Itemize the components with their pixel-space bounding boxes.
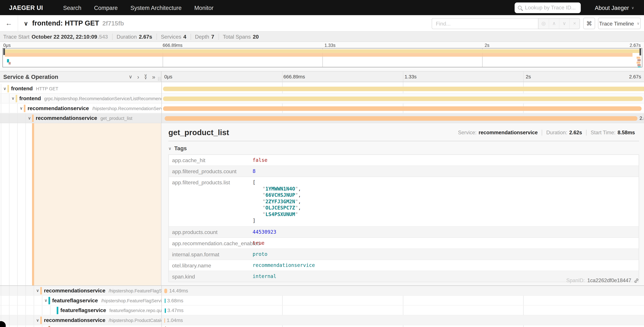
collapse-all-icon[interactable]: ∨∨ <box>144 74 147 79</box>
indent-guide <box>1 94 1 103</box>
collapse-trace-chevron-icon[interactable]: ∨ <box>24 20 28 26</box>
prev-match-icon[interactable]: ∧ <box>549 18 559 28</box>
find-input[interactable] <box>432 18 538 29</box>
trace-id-search-input[interactable] <box>524 4 578 11</box>
span-row-productcatalog-call[interactable]: ∨ recommendationservice /hipstershop.Pro… <box>0 316 644 325</box>
span-row-recommendation-list[interactable]: ∨ recommendationservice /hipstershop.Rec… <box>0 104 644 113</box>
minimap-left-scrubber[interactable] <box>3 48 5 55</box>
nav-item-search[interactable]: Search <box>63 4 82 11</box>
expand-all-icon[interactable]: » <box>152 74 155 80</box>
nav-item-monitor[interactable]: Monitor <box>194 4 214 11</box>
collapse-span-icon[interactable]: ∨ <box>3 86 6 91</box>
deep-link-icon[interactable] <box>634 278 639 283</box>
span-row-frontend-grpc[interactable]: ∨ frontend grpc.hipstershop.Recommendati… <box>0 94 644 104</box>
trace-total-spans: Total Spans 20 <box>218 34 263 40</box>
tags-section-toggle[interactable]: ∨ Tags <box>168 145 218 152</box>
span-rows-top: ∨ frontend HTTP GET ∨ frontend grpc.hips… <box>0 82 644 123</box>
span-row-featureflag-repo-query[interactable]: featureflagservice featureflagservice.re… <box>0 306 644 316</box>
tag-row: app.cache_hit false <box>169 155 639 166</box>
collapse-span-icon[interactable]: ∨ <box>28 116 31 120</box>
navbar-right: About Jaeger ∨ <box>515 2 634 13</box>
about-jaeger-menu[interactable]: About Jaeger ∨ <box>595 4 634 11</box>
column-resizer-grip[interactable] <box>158 77 160 81</box>
indent-guide <box>34 286 34 295</box>
nav-item-compare[interactable]: Compare <box>94 4 118 11</box>
column-divider <box>161 286 162 327</box>
indent-guide <box>26 123 26 285</box>
focus-match-icon[interactable]: ◎ <box>538 18 549 28</box>
indent-guide <box>34 316 34 325</box>
detail-row-tint[interactable] <box>34 123 161 285</box>
detail-operation-name: get_product_list <box>168 128 229 137</box>
tag-row: internal.span.format proto <box>169 248 639 260</box>
span-duration-label: 14.49ms <box>169 288 188 294</box>
tree-controls: ∨ › ∨∨ » <box>129 74 155 80</box>
indent-guide <box>9 123 10 285</box>
keyboard-shortcuts-button[interactable]: ⌘ <box>583 18 595 29</box>
next-match-icon[interactable]: ∨ <box>559 18 569 28</box>
detail-service: Service: recommendationservice <box>454 130 542 136</box>
jaeger-trace-page: JAEGER UI Search Compare System Architec… <box>0 0 644 327</box>
back-arrow-icon: ← <box>5 19 12 27</box>
tags-table: app.cache_hit false app.filtered_product… <box>168 154 639 282</box>
span-detail-section: get_product_list Service: recommendation… <box>0 123 644 286</box>
ruler-tick: 2s <box>526 74 531 80</box>
span-duration-bar[interactable] <box>165 116 638 120</box>
span-row-frontend-http-get[interactable]: ∨ frontend HTTP GET <box>0 84 644 94</box>
indent-guide <box>50 306 50 315</box>
span-duration-label: 2.62s <box>640 115 644 121</box>
span-duration-bar[interactable] <box>163 86 644 91</box>
indent-guide <box>17 306 18 315</box>
tag-row: app.products.count 44530923 <box>169 226 639 238</box>
indent-guide <box>1 306 1 315</box>
span-row-get-product-list-selected[interactable]: ∨ recommendationservice get_product_list… <box>0 113 644 123</box>
span-duration-bar[interactable] <box>165 308 166 313</box>
collapse-span-icon[interactable]: ∨ <box>36 318 39 322</box>
indent-guide <box>1 286 1 295</box>
span-duration-bar[interactable] <box>163 106 642 110</box>
ruler-tick: 2.67s <box>629 74 641 80</box>
collapse-span-icon[interactable]: ∨ <box>20 106 23 110</box>
span-detail-panel: get_product_list Service: recommendation… <box>161 123 644 285</box>
indent-guide <box>1 296 1 305</box>
trace-id-search-box[interactable] <box>515 2 581 13</box>
timeline-ruler: 0μs 666.89ms 1.33s 2s 2.67s <box>161 72 644 82</box>
trace-services: Services 4 <box>156 34 190 40</box>
nav-item-system-architecture[interactable]: System Architecture <box>130 4 182 11</box>
minimap-tick: 2s <box>485 43 490 48</box>
span-duration-bar[interactable] <box>164 298 166 303</box>
trace-title-bar: ← ∨ frontend: HTTP GET2f715fb ◎ ∧ ∨ × ⌘ … <box>0 15 644 32</box>
view-type-dropdown[interactable]: Trace Timeline ∨ <box>598 18 641 29</box>
span-row-partial[interactable] <box>0 325 644 327</box>
indent-guide <box>17 316 18 325</box>
indent-guide <box>17 123 18 285</box>
minimap-right-scrubber[interactable] <box>640 48 641 56</box>
app-logo[interactable]: JAEGER UI <box>9 4 43 11</box>
span-row-featureflag-getflag[interactable]: ∨ featureflagservice /hipstershop.Featur… <box>0 296 644 306</box>
detail-header[interactable]: get_product_list Service: recommendation… <box>168 128 639 137</box>
span-color-bar <box>40 287 42 294</box>
minimap-tick: 0μs <box>3 43 11 48</box>
span-duration-bar[interactable] <box>164 318 165 323</box>
clear-find-icon[interactable]: × <box>569 18 580 28</box>
span-duration-bar[interactable] <box>163 96 643 101</box>
collapse-span-icon[interactable]: ∨ <box>12 96 14 100</box>
span-color-bar <box>57 307 58 314</box>
collapse-span-icon[interactable]: ∨ <box>36 288 39 293</box>
minimap-tick: 2.67s <box>630 43 641 48</box>
minimap-span-bar <box>638 59 641 61</box>
tag-row: app.filtered_products.count 8 <box>169 166 639 177</box>
span-duration-bar[interactable] <box>164 288 167 293</box>
collapse-one-icon[interactable]: ∨ <box>129 74 132 79</box>
back-button[interactable]: ← <box>0 15 18 31</box>
minimap-span-bar <box>4 49 641 53</box>
collapse-span-icon[interactable]: ∨ <box>44 298 47 303</box>
minimap-canvas[interactable] <box>2 48 642 67</box>
timeline-column-header: Service & Operation ∨ › ∨∨ » 0μs 666.89m… <box>0 71 644 82</box>
expand-one-icon[interactable]: › <box>137 74 139 80</box>
span-row-featureflag-call[interactable]: ∨ recommendationservice /hipstershop.Fea… <box>0 286 644 296</box>
service-operation-header: Service & Operation ∨ › ∨∨ » <box>0 72 161 82</box>
minimap-span-bar <box>636 57 640 59</box>
indent-guide <box>42 306 42 315</box>
span-id-row: SpanID: 1ca2262df0e18447 <box>566 278 639 283</box>
